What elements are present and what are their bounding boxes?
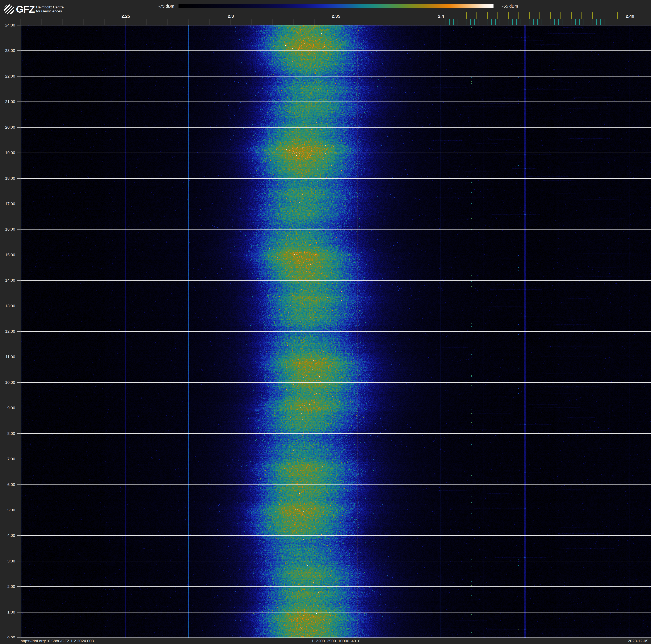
freq-axis-label: 2.25 bbox=[116, 14, 135, 19]
hour-gridline bbox=[21, 459, 651, 459]
gfz-logo-subtitle: Helmholtz Centre for Geosciences bbox=[36, 5, 64, 13]
time-label: 8:00 bbox=[1, 431, 15, 436]
hour-tick bbox=[17, 485, 21, 485]
ble-channel-tick bbox=[508, 19, 508, 25]
ble-channel-tick bbox=[483, 19, 483, 25]
freq-axis-label: 2.49 bbox=[621, 14, 640, 19]
hour-tick bbox=[17, 459, 21, 459]
wifi-channel-tick bbox=[466, 12, 467, 19]
ble-channel-tick bbox=[596, 19, 597, 25]
hour-gridline bbox=[21, 25, 651, 25]
wifi-channel-tick bbox=[508, 12, 508, 19]
time-label: 3:00 bbox=[1, 559, 15, 563]
ble-channel-tick bbox=[521, 19, 521, 25]
time-label: 24:00 bbox=[1, 23, 15, 28]
hour-tick bbox=[17, 280, 21, 281]
hour-gridline bbox=[21, 561, 651, 561]
time-label: 16:00 bbox=[1, 227, 15, 232]
freq-axis-label: 2.4 bbox=[432, 14, 451, 19]
hour-gridline bbox=[21, 408, 651, 408]
ble-channel-tick bbox=[500, 19, 500, 25]
time-label: 2:00 bbox=[1, 584, 15, 589]
ble-channel-tick bbox=[575, 19, 576, 25]
time-label: 14:00 bbox=[1, 278, 15, 283]
ble-channel-tick bbox=[491, 19, 492, 25]
ble-channel-tick bbox=[571, 19, 571, 25]
freq-tick bbox=[230, 19, 231, 25]
hour-gridline bbox=[21, 204, 651, 204]
freq-tick bbox=[273, 19, 273, 25]
ble-channel-tick bbox=[604, 19, 605, 25]
hour-tick bbox=[17, 382, 21, 383]
gfz-logo-icon bbox=[4, 4, 14, 14]
ble-channel-tick bbox=[517, 19, 517, 25]
hour-gridline bbox=[21, 586, 651, 587]
hour-gridline bbox=[21, 433, 651, 434]
hour-gridline bbox=[21, 357, 651, 357]
freq-tick bbox=[63, 19, 63, 25]
ble-channel-tick bbox=[567, 19, 567, 25]
freq-tick bbox=[167, 19, 168, 25]
hour-tick bbox=[17, 229, 21, 230]
freq-tick bbox=[21, 19, 21, 25]
time-label: 23:00 bbox=[1, 48, 15, 53]
hour-gridline bbox=[21, 229, 651, 230]
freq-tick bbox=[126, 19, 126, 25]
wifi-channel-tick bbox=[476, 12, 477, 19]
wifi-channel-tick bbox=[487, 12, 488, 19]
freq-tick bbox=[630, 19, 630, 25]
ble-channel-tick bbox=[470, 19, 471, 25]
gfz-logo-wordmark: GFZ bbox=[16, 5, 35, 14]
hour-gridline bbox=[21, 485, 651, 485]
ble-channel-tick bbox=[554, 19, 555, 25]
hour-tick bbox=[17, 76, 21, 77]
ble-channel-tick bbox=[487, 19, 488, 25]
freq-tick bbox=[357, 19, 357, 25]
freq-axis-label: 2.3 bbox=[221, 14, 240, 19]
ble-channel-tick bbox=[466, 19, 466, 25]
hour-tick bbox=[17, 433, 21, 434]
hour-tick bbox=[17, 561, 21, 561]
hour-tick bbox=[17, 178, 21, 179]
time-label: 9:00 bbox=[1, 406, 15, 410]
ble-channel-tick bbox=[579, 19, 580, 25]
spectrogram-page: GFZ Helmholtz Centre for Geosciences -75… bbox=[0, 0, 651, 644]
hour-tick bbox=[17, 153, 21, 153]
ble-channel-tick bbox=[537, 19, 538, 25]
ble-channel-tick bbox=[529, 19, 529, 25]
ble-channel-tick bbox=[550, 19, 550, 25]
time-label: 20:00 bbox=[1, 125, 15, 130]
hour-gridline bbox=[21, 306, 651, 306]
colorbar bbox=[179, 4, 494, 8]
ble-channel-tick bbox=[600, 19, 601, 25]
hour-gridline bbox=[21, 51, 651, 51]
freq-tick bbox=[420, 19, 420, 25]
gfz-subtitle-line1: Helmholtz Centre bbox=[36, 5, 64, 9]
time-label: 11:00 bbox=[1, 355, 15, 359]
hour-tick bbox=[17, 612, 21, 612]
hour-tick bbox=[17, 51, 21, 51]
wifi-channel-tick bbox=[592, 12, 593, 19]
wifi-channel-tick bbox=[529, 12, 530, 19]
time-label: 10:00 bbox=[1, 380, 15, 385]
hour-gridline bbox=[21, 178, 651, 179]
wifi-channel-tick bbox=[497, 12, 498, 19]
ble-channel-tick bbox=[504, 19, 504, 25]
hour-gridline bbox=[21, 127, 651, 127]
freq-tick bbox=[399, 19, 399, 25]
time-label: 22:00 bbox=[1, 74, 15, 79]
footer-date: 2023-12-05 bbox=[628, 639, 648, 643]
freq-axis-label: 2.35 bbox=[327, 14, 345, 19]
hour-gridline bbox=[21, 382, 651, 383]
freq-tick bbox=[147, 19, 147, 25]
freq-tick bbox=[210, 19, 210, 25]
wifi-channel-tick bbox=[519, 12, 519, 19]
hour-tick bbox=[17, 510, 21, 510]
hour-gridline bbox=[21, 101, 651, 102]
hour-tick bbox=[17, 331, 21, 332]
ble-channel-tick bbox=[588, 19, 588, 25]
hour-tick bbox=[17, 101, 21, 102]
freq-tick bbox=[336, 19, 336, 25]
wifi-channel-tick bbox=[560, 12, 561, 19]
hour-tick bbox=[17, 204, 21, 204]
